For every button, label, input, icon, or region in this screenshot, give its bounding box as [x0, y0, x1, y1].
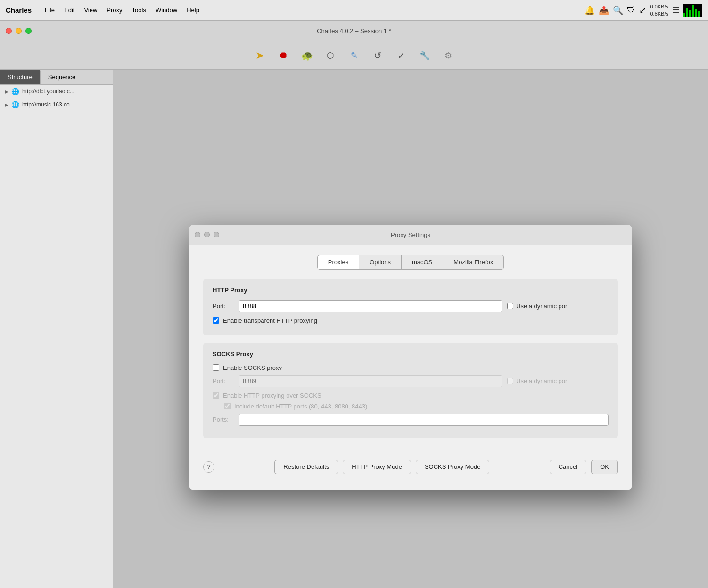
maximize-button[interactable] [25, 28, 32, 34]
menu-help[interactable]: Help [187, 7, 199, 14]
shield-icon[interactable]: 🛡 [627, 5, 635, 15]
socks-include-ports-row: Include default HTTP ports (80, 443, 808… [213, 403, 609, 410]
traffic-graph [683, 4, 702, 17]
app-name[interactable]: Charles [6, 6, 32, 14]
sidebar-tabs: Structure Sequence [0, 70, 113, 85]
socks-enable-label: Enable SOCKS proxy [223, 364, 282, 371]
minimize-button[interactable] [16, 28, 22, 34]
http-port-row: Port: Use a dynamic port [213, 300, 609, 312]
record-button[interactable]: ⏺ [273, 45, 294, 66]
socks-proxy-section: SOCKS Proxy Enable SOCKS proxy Port: Use… [203, 343, 618, 438]
traffic-lights [6, 28, 32, 34]
socks-proxy-title: SOCKS Proxy [213, 351, 609, 358]
socks-ports-input[interactable] [239, 414, 609, 426]
toolbar: ➤ ⏺ 🐢 ⬡ ✎ ↺ ✓ 🔧 ⚙ [0, 41, 708, 70]
menubar: Charles File Edit View Proxy Tools Windo… [0, 0, 708, 21]
socks-enable-row: Enable SOCKS proxy [213, 364, 609, 371]
http-port-label: Port: [213, 302, 234, 310]
http-dynamic-port-checkbox[interactable] [507, 303, 513, 309]
socks-dynamic-port-label: Use a dynamic port [516, 377, 569, 384]
dialog-content: Proxies Options macOS Mozilla Firefox HT… [189, 245, 632, 460]
dialog-footer: ? Restore Defaults HTTP Proxy Mode SOCKS… [189, 460, 632, 490]
cancel-button[interactable]: Cancel [550, 460, 586, 474]
window-title: Charles 4.0.2 – Session 1 * [317, 27, 391, 34]
content-area: Proxy Settings Proxies Options macOS Moz… [113, 70, 708, 588]
dialog-title: Proxy Settings [391, 231, 430, 238]
tab-macos[interactable]: macOS [402, 255, 443, 270]
menu-proxy[interactable]: Proxy [107, 7, 122, 14]
network-stats: 0.0KB/s 0.8KB/s [650, 3, 668, 17]
help-button[interactable]: ? [203, 461, 214, 473]
menu-edit[interactable]: Edit [64, 7, 74, 14]
socks-port-label: Port: [213, 377, 234, 384]
tab-firefox[interactable]: Mozilla Firefox [443, 255, 504, 270]
dialog-minimize[interactable] [204, 232, 210, 237]
socks-dynamic-port-row: Use a dynamic port [507, 377, 569, 384]
arrow-button[interactable]: ➤ [249, 45, 270, 66]
close-button[interactable] [6, 28, 12, 34]
socks-dynamic-port-checkbox[interactable] [507, 378, 513, 384]
dialog-titlebar: Proxy Settings [189, 225, 632, 245]
http-port-input[interactable] [239, 300, 502, 312]
socks-ports-row: Ports: [213, 414, 609, 426]
socks-port-row: Port: Use a dynamic port [213, 375, 609, 387]
search-icon[interactable]: 🔍 [613, 5, 623, 16]
sidebar-url-1: http://dict.youdao.c... [22, 88, 74, 95]
all-buttons-row: ? Restore Defaults HTTP Proxy Mode SOCKS… [203, 460, 618, 479]
ok-button[interactable]: OK [591, 460, 618, 474]
tab-sequence[interactable]: Sequence [41, 70, 84, 84]
dialog-traffic-lights [195, 232, 219, 237]
sidebar: Structure Sequence ▶ 🌐 http://dict.youda… [0, 70, 113, 588]
dialog-close[interactable] [195, 232, 200, 237]
menu-file[interactable]: File [45, 7, 55, 14]
action-buttons: Restore Defaults HTTP Proxy Mode SOCKS P… [274, 460, 489, 474]
refresh-button[interactable]: ↺ [367, 45, 388, 66]
socks-enable-checkbox[interactable] [213, 364, 219, 371]
list-item[interactable]: ▶ 🌐 http://music.163.co... [0, 98, 113, 111]
socks-port-input[interactable] [239, 375, 502, 387]
window-titlebar: Charles 4.0.2 – Session 1 * [0, 21, 708, 41]
dialog-backdrop: Proxy Settings Proxies Options macOS Moz… [113, 70, 708, 588]
socks-http-over-socks-row: Enable HTTP proxying over SOCKS [213, 392, 609, 399]
http-transparent-checkbox[interactable] [213, 317, 219, 324]
checkmark-button[interactable]: ✓ [391, 45, 412, 66]
menu-tools[interactable]: Tools [132, 7, 146, 14]
http-proxy-section: HTTP Proxy Port: Use a dynamic port Enab [203, 279, 618, 335]
settings-button[interactable]: ⚙ [438, 45, 459, 66]
menubar-right: 🔔 📤 🔍 🛡 ⤢ 0.0KB/s 0.8KB/s ☰ [585, 3, 702, 17]
http-dynamic-port-row: Use a dynamic port [507, 302, 569, 310]
menu-window[interactable]: Window [156, 7, 177, 14]
globe-icon: 🌐 [11, 88, 19, 95]
http-proxy-title: HTTP Proxy [213, 286, 609, 294]
http-dynamic-port-label: Use a dynamic port [516, 302, 569, 310]
list-item[interactable]: ▶ 🌐 http://dict.youdao.c... [0, 85, 113, 98]
pen-button[interactable]: ✎ [344, 45, 364, 66]
socks-proxy-mode-button[interactable]: SOCKS Proxy Mode [416, 460, 490, 474]
proxy-settings-dialog: Proxy Settings Proxies Options macOS Moz… [189, 225, 632, 490]
expand-arrow: ▶ [5, 102, 8, 107]
turtle-button[interactable]: 🐢 [296, 45, 317, 66]
socks-include-ports-checkbox[interactable] [224, 403, 231, 409]
socks-ports-label: Ports: [213, 416, 234, 423]
http-transparent-label: Enable transparent HTTP proxying [223, 317, 317, 324]
tab-structure[interactable]: Structure [0, 70, 41, 84]
tools-button[interactable]: 🔧 [414, 45, 435, 66]
tab-proxies[interactable]: Proxies [317, 255, 359, 270]
sidebar-url-2: http://music.163.co... [22, 101, 74, 108]
cancel-ok-buttons: Cancel OK [550, 460, 618, 474]
http-proxy-mode-button[interactable]: HTTP Proxy Mode [343, 460, 411, 474]
main-area: Structure Sequence ▶ 🌐 http://dict.youda… [0, 70, 708, 588]
restore-defaults-button[interactable]: Restore Defaults [274, 460, 338, 474]
stop-button[interactable]: ⬡ [320, 45, 341, 66]
socks-http-over-socks-checkbox[interactable] [213, 392, 219, 399]
globe-icon: 🌐 [11, 101, 19, 108]
resize-icon[interactable]: ⤢ [639, 5, 646, 16]
share-icon[interactable]: 📤 [599, 5, 609, 16]
tab-options[interactable]: Options [359, 255, 402, 270]
socks-include-ports-label: Include default HTTP ports (80, 443, 808… [234, 403, 367, 410]
notification-icon[interactable]: 🔔 [585, 5, 595, 16]
dialog-maximize[interactable] [214, 232, 219, 237]
http-transparent-row: Enable transparent HTTP proxying [213, 317, 609, 324]
list-icon[interactable]: ☰ [672, 5, 680, 16]
menu-view[interactable]: View [84, 7, 97, 14]
